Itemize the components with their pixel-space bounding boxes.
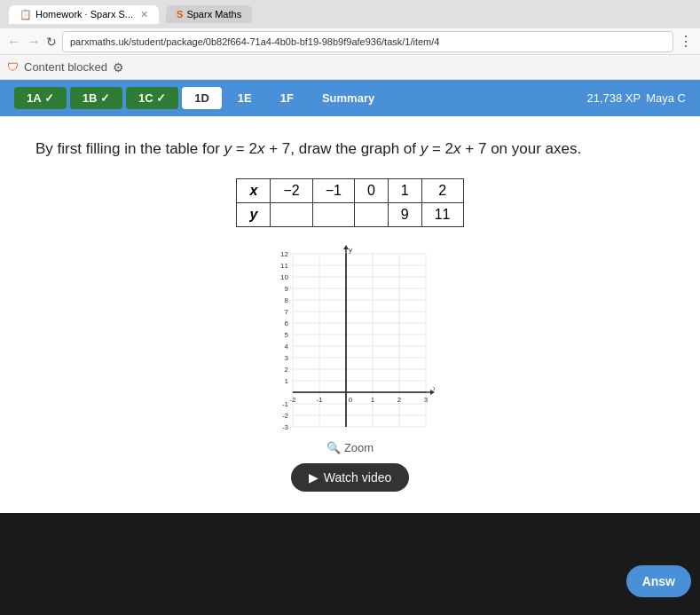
y-label-10: 10 xyxy=(280,273,288,281)
y-label-3: 3 xyxy=(284,354,288,362)
tab-summary[interactable]: Summary xyxy=(310,87,387,109)
nav-bar: 1A ✓ 1B ✓ 1C ✓ 1D 1E 1F Summary 21,738 X… xyxy=(0,80,700,116)
y-label-7: 7 xyxy=(284,308,288,316)
tab-close-icon[interactable]: ✕ xyxy=(140,9,148,20)
x-val-neg2: −2 xyxy=(271,178,312,202)
answer-button[interactable]: Answ xyxy=(626,565,691,597)
x-val-1: 1 xyxy=(388,178,421,202)
homework-icon: 📋 xyxy=(20,9,32,20)
x-label-neg1: -1 xyxy=(316,396,323,404)
content-blocked-bar: 🛡 Content blocked ⚙ xyxy=(0,55,700,80)
x-val-2: 2 xyxy=(421,178,463,202)
tab-sparx[interactable]: S Sparx Maths xyxy=(166,5,252,23)
main-content: 1A ✓ 1B ✓ 1C ✓ 1D 1E 1F Summary 21,738 X… xyxy=(0,80,700,513)
zoom-button[interactable]: 🔍 Zoom xyxy=(326,441,374,454)
y-label-neg2: -2 xyxy=(281,412,288,420)
nav-right: 21,738 XP Maya C xyxy=(586,91,686,105)
watch-video-button[interactable]: ▶ Watch video xyxy=(291,463,410,492)
y-label-5: 5 xyxy=(284,331,288,339)
y-label-8: 8 xyxy=(284,296,288,304)
y-label-neg3: -3 xyxy=(281,423,288,431)
y-val-neg2[interactable] xyxy=(271,202,312,226)
sparx-icon: S xyxy=(177,9,183,20)
shield-icon: 🛡 xyxy=(7,60,19,74)
y-label-4: 4 xyxy=(284,343,288,351)
tab-bar: 📋 Homework · Sparx S... ✕ S Sparx Maths xyxy=(0,0,700,28)
y-val-2: 11 xyxy=(421,202,463,226)
graph-svg: 12 11 10 9 8 7 6 5 4 3 2 1 -1 -2 -3 xyxy=(266,245,435,436)
y-label-9: 9 xyxy=(284,285,288,293)
x-label-2: 2 xyxy=(397,396,401,404)
forward-icon[interactable]: → xyxy=(27,34,41,50)
y-axis-label: y xyxy=(349,246,352,254)
y-label-1: 1 xyxy=(284,377,288,385)
x-label-3: 3 xyxy=(423,396,428,404)
graph-container: 12 11 10 9 8 7 6 5 4 3 2 1 -1 -2 -3 xyxy=(35,245,665,492)
reload-icon[interactable]: ↻ xyxy=(46,35,57,49)
watch-video-label: Watch video xyxy=(324,470,392,485)
user-label: Maya C xyxy=(646,91,686,105)
tab-1B[interactable]: 1B ✓ xyxy=(70,87,122,109)
content-blocked-label: Content blocked xyxy=(24,60,107,74)
question-area: By first filling in the table for y = 2x… xyxy=(0,116,700,513)
y-header: y xyxy=(237,202,271,226)
address-bar: ← → ↻ parxmaths.uk/student/package/0b82f… xyxy=(0,28,700,55)
y-val-neg1[interactable] xyxy=(312,202,354,226)
coordinate-graph: 12 11 10 9 8 7 6 5 4 3 2 1 -1 -2 -3 xyxy=(266,245,435,436)
x-val-neg1: −1 xyxy=(312,178,354,202)
tab-sparx-label: Sparx Maths xyxy=(186,9,241,20)
url-bar[interactable]: parxmaths.uk/student/package/0b82f664-71… xyxy=(62,31,673,52)
tab-homework[interactable]: 📋 Homework · Sparx S... ✕ xyxy=(9,5,159,24)
y-label-11: 11 xyxy=(280,262,288,270)
y-val-1: 9 xyxy=(388,202,421,226)
tab-1C[interactable]: 1C ✓ xyxy=(126,87,178,109)
x-axis-label: x xyxy=(433,384,435,392)
y-label-12: 12 xyxy=(280,250,288,258)
tab-homework-label: Homework · Sparx S... xyxy=(35,9,133,20)
video-icon: ▶ xyxy=(309,470,319,485)
y-val-0[interactable] xyxy=(354,202,388,226)
x-label-neg2: -2 xyxy=(289,396,296,404)
extensions-icon[interactable]: ⋮ xyxy=(679,33,693,50)
tab-1E[interactable]: 1E xyxy=(225,87,264,109)
y-label-2: 2 xyxy=(284,366,288,374)
xp-label: 21,738 XP xyxy=(586,91,641,105)
back-icon[interactable]: ← xyxy=(7,34,21,50)
answer-label: Answ xyxy=(642,574,675,588)
question-text: By first filling in the table for y = 2x… xyxy=(35,138,665,161)
tab-1A[interactable]: 1A ✓ xyxy=(14,87,67,109)
x-header: x xyxy=(237,178,271,202)
equation-table: x −2 −1 0 1 2 y 9 11 xyxy=(236,178,463,227)
x-label-1: 1 xyxy=(370,396,374,404)
y-label-6: 6 xyxy=(284,319,288,327)
x-label-0: 0 xyxy=(348,396,352,404)
content-blocked-settings-icon[interactable]: ⚙ xyxy=(113,60,124,75)
tab-1F[interactable]: 1F xyxy=(268,87,306,109)
nav-tabs: 1A ✓ 1B ✓ 1C ✓ 1D 1E 1F Summary xyxy=(14,87,387,109)
zoom-label: Zoom xyxy=(344,441,374,454)
y-label-neg1: -1 xyxy=(281,400,288,408)
x-val-0: 0 xyxy=(354,178,388,202)
url-text: parxmaths.uk/student/package/0b82f664-71… xyxy=(70,36,439,47)
zoom-icon: 🔍 xyxy=(326,441,341,454)
tab-1D[interactable]: 1D xyxy=(182,87,222,109)
